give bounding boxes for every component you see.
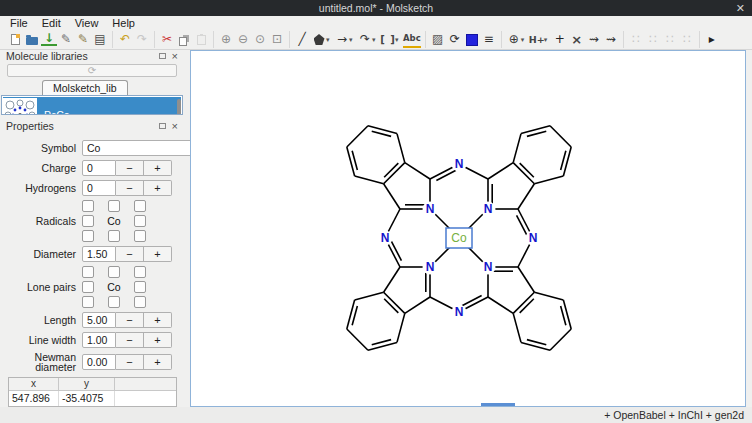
library-float-icon[interactable]: [159, 53, 166, 59]
reaction-arrow-tool[interactable]: →: [334, 31, 350, 48]
length-value[interactable]: 5.00: [82, 312, 116, 328]
tab-molsketch-lib[interactable]: Molsketch_lib: [42, 80, 128, 95]
radicals-checkbox-6[interactable]: [82, 230, 94, 242]
rotate-tool[interactable]: ⟳: [447, 31, 463, 48]
status-bar: + OpenBabel + InChI + gen2d: [0, 407, 752, 423]
canvas-hscroll-thumb[interactable]: [481, 403, 515, 406]
menu-help[interactable]: Help: [105, 17, 142, 29]
coords-row[interactable]: 547.896-35.4075: [9, 391, 176, 406]
properties-float-icon[interactable]: [159, 123, 166, 129]
zoom-fit-button[interactable]: ⊡: [269, 31, 285, 48]
align-tool-2[interactable]: ∷: [645, 31, 661, 48]
charge-tool-dropdown[interactable]: ▾: [521, 36, 528, 44]
diameter-value[interactable]: 1.50: [82, 246, 116, 262]
hydrogen-tool-dropdown[interactable]: ▾: [544, 36, 551, 44]
align-tool-1[interactable]: ∷: [628, 31, 644, 48]
radicals-checkbox-7[interactable]: [108, 230, 120, 242]
toolbar-group: ▸: [699, 31, 724, 48]
zoom-out-button[interactable]: ⊖: [235, 31, 251, 48]
paste-button[interactable]: [193, 31, 209, 48]
line-width-decrement-button[interactable]: −: [116, 332, 144, 348]
lone-pairs-checkbox-6[interactable]: [82, 296, 94, 308]
library-scrollbar-thumb[interactable]: [177, 99, 181, 115]
library-close-icon[interactable]: ×: [172, 51, 178, 61]
new-file-button[interactable]: [7, 31, 23, 48]
diameter-increment-button[interactable]: +: [144, 246, 172, 262]
redo-button[interactable]: ↷: [134, 31, 150, 48]
draw-tool[interactable]: ╱: [294, 31, 310, 48]
lone-pairs-checkbox-3[interactable]: [82, 281, 94, 293]
text-tool[interactable]: Abc: [403, 31, 421, 48]
copy-button[interactable]: [176, 31, 192, 48]
lone-pairs-checkbox-2[interactable]: [134, 266, 146, 278]
lone-pairs-checkbox-0[interactable]: [82, 266, 94, 278]
lone-pairs-checkbox-5[interactable]: [134, 281, 146, 293]
line-width-button[interactable]: ≡: [481, 31, 497, 48]
line-width-value[interactable]: 1.00: [82, 332, 116, 348]
library-list[interactable]: PcCo: [1, 95, 183, 115]
align-tool-4[interactable]: ∷: [679, 31, 695, 48]
hydrogens-increment-button[interactable]: +: [144, 180, 172, 196]
newman-diameter-decrement-button[interactable]: −: [116, 354, 144, 370]
electron-flow-tool-2[interactable]: ⇝: [603, 31, 619, 48]
toolbar-overflow-button[interactable]: ▸: [704, 31, 720, 48]
bracket-tool[interactable]: [ ]: [380, 31, 396, 48]
lone-pairs-checkbox-8[interactable]: [134, 296, 146, 308]
hatch-pattern-tool[interactable]: ▨: [430, 31, 446, 48]
library-refresh-button[interactable]: ⟳: [7, 64, 177, 77]
save-as-button[interactable]: ✎: [58, 31, 74, 48]
charge-decrement-button[interactable]: −: [116, 160, 144, 176]
newman-diameter-value[interactable]: 0.00: [82, 354, 116, 370]
charge-tool[interactable]: ⊕: [506, 31, 522, 48]
radicals-checkbox-1[interactable]: [108, 200, 120, 212]
delete-tool[interactable]: ×: [569, 31, 585, 48]
lone-pairs-checkbox-1[interactable]: [108, 266, 120, 278]
coords-header-y: y: [59, 378, 115, 390]
hydrogens-decrement-button[interactable]: −: [116, 180, 144, 196]
save-button[interactable]: ↓: [41, 33, 57, 46]
color-swatch-button[interactable]: [464, 31, 480, 48]
line-width-increment-button[interactable]: +: [144, 332, 172, 348]
charge-value[interactable]: 0: [82, 160, 116, 176]
charge-increment-button[interactable]: +: [144, 160, 172, 176]
window-titlebar[interactable]: untitled.mol* - Molsketch ✕: [0, 0, 752, 16]
molecule-drawing[interactable]: CoNNNNNNNN: [324, 103, 594, 373]
menu-view[interactable]: View: [68, 17, 106, 29]
radicals-checkbox-8[interactable]: [134, 230, 146, 242]
zoom-original-button[interactable]: ⊙: [252, 31, 268, 48]
electron-flow-tool-1[interactable]: ⇝: [586, 31, 602, 48]
list-item-pcco[interactable]: PcCo: [3, 97, 181, 115]
newman-diameter-increment-button[interactable]: +: [144, 354, 172, 370]
hydrogens-value[interactable]: 0: [82, 180, 116, 196]
menu-edit[interactable]: Edit: [35, 17, 68, 29]
radicals-checkbox-5[interactable]: [134, 215, 146, 227]
window-close-button[interactable]: ✕: [736, 0, 745, 16]
ring-tool-dropdown[interactable]: ▾: [326, 36, 333, 44]
radicals-checkbox-2[interactable]: [134, 200, 146, 212]
right-margin: [746, 50, 752, 407]
diameter-decrement-button[interactable]: −: [116, 246, 144, 262]
open-file-button[interactable]: [24, 31, 40, 48]
curved-arrow-tool-dropdown[interactable]: ▾: [372, 36, 379, 44]
hydrogen-tool[interactable]: H+: [529, 31, 545, 48]
print-button[interactable]: ▤: [92, 31, 108, 48]
reaction-arrow-tool-dropdown[interactable]: ▾: [349, 36, 356, 44]
cut-button[interactable]: ✂: [159, 31, 175, 48]
length-decrement-button[interactable]: −: [116, 312, 144, 328]
lone-pairs-checkbox-7[interactable]: [108, 296, 120, 308]
length-increment-button[interactable]: +: [144, 312, 172, 328]
curved-arrow-tool[interactable]: ↷: [357, 31, 373, 48]
undo-button[interactable]: ↶: [117, 31, 133, 48]
ring-tool[interactable]: [311, 31, 327, 48]
radicals-checkbox-0[interactable]: [82, 200, 94, 212]
drawing-canvas[interactable]: CoNNNNNNNN: [190, 50, 746, 407]
export-button[interactable]: ✎: [75, 31, 91, 48]
zoom-in-button[interactable]: ⊕: [218, 31, 234, 48]
bracket-tool-dropdown[interactable]: ▾: [395, 36, 402, 44]
menu-file[interactable]: File: [3, 17, 35, 29]
coordinates-table[interactable]: xy547.896-35.4075: [8, 377, 177, 407]
properties-close-icon[interactable]: ×: [172, 121, 178, 131]
radicals-checkbox-3[interactable]: [82, 215, 94, 227]
plus-tool[interactable]: +: [552, 31, 568, 48]
align-tool-3[interactable]: ∷: [662, 31, 678, 48]
